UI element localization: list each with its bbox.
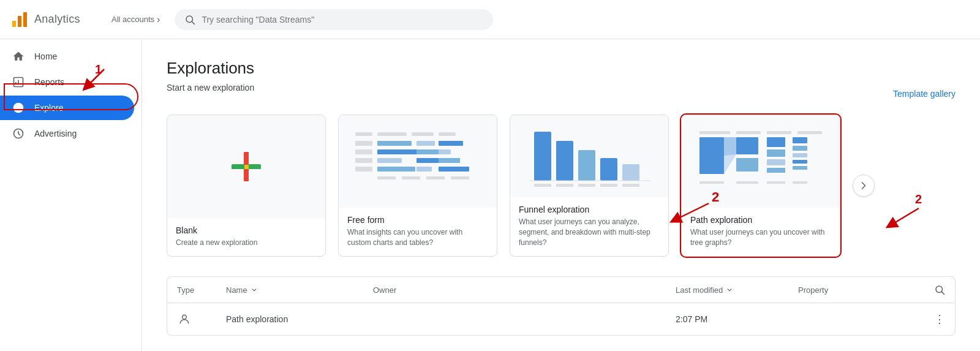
sort-icon: [250, 285, 258, 294]
svg-rect-56: [736, 131, 761, 134]
card-path[interactable]: Path exploration What user journeys can …: [681, 115, 840, 257]
svg-rect-37: [377, 167, 415, 172]
svg-rect-25: [377, 141, 412, 146]
svg-rect-64: [767, 159, 785, 165]
svg-rect-53: [600, 184, 617, 187]
main-layout: Home Reports Explore Advertising: [0, 39, 980, 351]
row-name: Path exploration: [226, 314, 373, 324]
svg-rect-59: [699, 137, 724, 174]
card-blank[interactable]: Blank Create a new exploration: [167, 115, 326, 257]
sidebar-item-reports[interactable]: Reports: [0, 70, 134, 94]
svg-point-80: [183, 315, 187, 320]
svg-rect-32: [355, 158, 372, 163]
svg-rect-75: [767, 181, 785, 184]
table-header: Type Name Owner Last modified: [167, 277, 955, 303]
card-freeform[interactable]: Free form What insights can you uncover …: [338, 115, 497, 257]
path-chart-icon: [693, 126, 828, 197]
section-subtitle: Start a new exploration: [167, 83, 254, 92]
breadcrumb-chevron: ›: [157, 14, 160, 25]
search-icon: [184, 14, 195, 25]
card-funnel-info: Funnel exploration What user journeys ca…: [510, 197, 668, 256]
svg-rect-68: [793, 153, 807, 157]
carousel-next-button[interactable]: [853, 175, 875, 197]
svg-rect-20: [355, 132, 372, 136]
freeform-chart-icon: [350, 127, 485, 195]
template-gallery-link[interactable]: Template gallery: [893, 89, 956, 99]
row-more-button[interactable]: ⋮: [908, 312, 945, 326]
sidebar-item-home-label: Home: [34, 51, 57, 61]
svg-rect-0: [12, 21, 16, 27]
svg-rect-29: [377, 149, 420, 154]
sidebar-item-reports-label: Reports: [34, 77, 64, 87]
svg-rect-43: [451, 176, 469, 179]
svg-rect-60: [736, 137, 758, 154]
sort-modified-icon: [725, 285, 734, 294]
sidebar-item-home[interactable]: Home: [0, 44, 134, 69]
svg-rect-31: [439, 149, 451, 154]
breadcrumb-label: All accounts: [111, 15, 154, 24]
search-bar[interactable]: [175, 9, 493, 30]
svg-rect-76: [793, 181, 807, 184]
plus-icon: [229, 149, 263, 184]
svg-rect-23: [439, 132, 456, 136]
svg-line-79: [941, 292, 944, 295]
col-name[interactable]: Name: [226, 284, 373, 295]
reports-icon: [12, 76, 24, 88]
svg-rect-35: [439, 158, 460, 163]
svg-rect-36: [355, 167, 372, 172]
svg-rect-27: [439, 141, 463, 146]
svg-rect-19: [244, 165, 249, 169]
topbar: Analytics All accounts ›: [0, 0, 980, 39]
funnel-chart-icon: [522, 123, 657, 190]
col-search[interactable]: [908, 284, 945, 295]
table-row[interactable]: Path exploration 2:07 PM ⋮: [167, 303, 955, 335]
svg-rect-44: [534, 132, 551, 181]
svg-rect-73: [699, 181, 724, 184]
card-funnel-title: Funnel exploration: [519, 205, 660, 214]
card-blank-info: Blank Create a new exploration: [167, 218, 325, 257]
table-section: Type Name Owner Last modified: [167, 276, 956, 336]
card-funnel[interactable]: Funnel exploration What user journeys ca…: [510, 115, 669, 257]
svg-rect-28: [355, 149, 372, 154]
svg-line-4: [192, 21, 195, 24]
col-type: Type: [177, 284, 226, 295]
analytics-logo-icon: [10, 10, 29, 29]
svg-rect-50: [534, 184, 551, 187]
svg-rect-69: [793, 160, 807, 164]
app-title: Analytics: [34, 13, 80, 26]
advertising-icon: [12, 127, 24, 140]
col-last-modified[interactable]: Last modified: [676, 284, 798, 295]
sidebar-item-advertising[interactable]: Advertising: [0, 121, 134, 146]
svg-rect-26: [417, 141, 435, 146]
chevron-right-icon: [858, 179, 870, 192]
svg-rect-55: [699, 131, 730, 134]
sidebar-item-explore[interactable]: Explore: [0, 96, 134, 120]
svg-rect-74: [736, 181, 758, 184]
svg-rect-65: [767, 168, 785, 173]
logo-area: Analytics: [10, 10, 102, 29]
explore-icon: [12, 102, 24, 114]
content-area: 2 Explorations Start a new exploration T…: [142, 39, 980, 351]
card-funnel-visual: [510, 115, 668, 197]
table-search-icon[interactable]: [934, 284, 945, 295]
svg-rect-33: [377, 158, 402, 163]
row-type-icon: [177, 312, 192, 326]
svg-rect-39: [439, 167, 469, 172]
cards-row: Blank Create a new exploration: [167, 115, 956, 257]
search-input[interactable]: [202, 15, 483, 25]
svg-rect-41: [402, 176, 420, 179]
col-property: Property: [798, 284, 908, 295]
svg-rect-40: [377, 176, 396, 179]
col-owner: Owner: [373, 284, 676, 295]
svg-rect-54: [622, 184, 639, 187]
row-last-modified: 2:07 PM: [676, 314, 798, 324]
card-funnel-desc: What user journeys can you analyze, segm…: [519, 217, 660, 247]
card-path-visual: [682, 115, 840, 208]
accounts-breadcrumb[interactable]: All accounts ›: [111, 14, 160, 25]
svg-rect-61: [736, 158, 758, 172]
person-icon: [178, 313, 190, 325]
svg-rect-63: [767, 149, 785, 157]
svg-rect-22: [412, 132, 434, 136]
svg-rect-2: [23, 12, 27, 27]
card-freeform-info: Free form What insights can you uncover …: [339, 208, 497, 257]
